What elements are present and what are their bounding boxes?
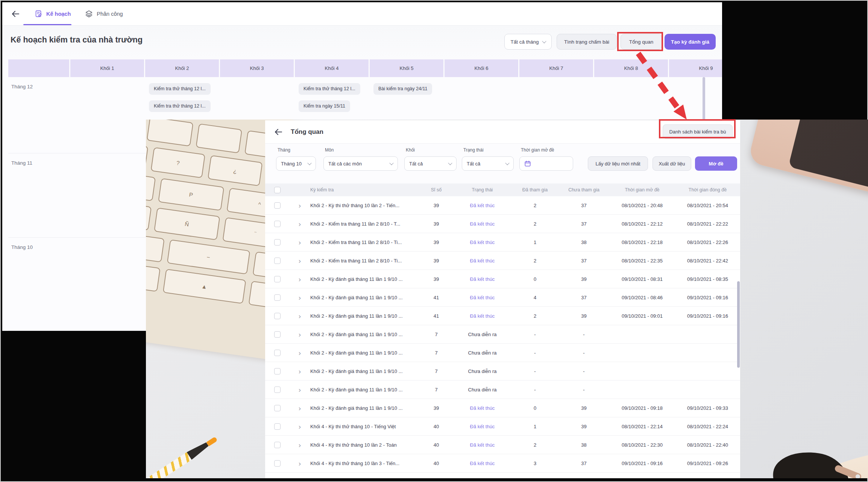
row-checkbox[interactable]: [274, 202, 281, 209]
filter-select-4[interactable]: Tất cả: [462, 156, 514, 171]
overview-back-button[interactable]: [274, 127, 283, 136]
row-checkbox-cell: [265, 202, 289, 209]
joined-cell: 1: [511, 424, 558, 429]
table-row[interactable]: ›Khối 2 - Kiểm tra tháng 11 lần 2 8/10 -…: [265, 215, 740, 233]
expand-row-chevron[interactable]: ›: [289, 257, 310, 264]
expand-row-chevron[interactable]: ›: [289, 368, 310, 375]
expand-row-chevron[interactable]: ›: [289, 441, 310, 449]
table-row[interactable]: ›Khối 2 - Kỳ đánh giá tháng 11 lần 1 9/1…: [265, 288, 740, 307]
row-checkbox-cell: [265, 313, 289, 319]
plan-grid-header: Khối 1Khối 2Khối 3Khối 4Khối 5Khối 6Khối…: [8, 59, 722, 77]
exam-badge[interactable]: Kiểm tra thử tháng 12 l...: [299, 83, 360, 95]
row-checkbox[interactable]: [274, 423, 281, 430]
expand-row-chevron[interactable]: ›: [289, 202, 310, 209]
expand-row-chevron[interactable]: ›: [289, 220, 310, 227]
open-time-date-input[interactable]: [519, 156, 573, 171]
status-cell: Đã kết thúc: [453, 203, 511, 208]
overview-table-body: ›Khối 2 - Kỳ thi thử tháng 10 lần 2 - Ti…: [265, 196, 740, 478]
expand-row-chevron[interactable]: ›: [289, 331, 310, 338]
open-exam-button[interactable]: Mở đề: [695, 156, 737, 171]
open-time-cell: 08/10/2021 - 22:12: [609, 221, 675, 227]
row-checkbox[interactable]: [274, 350, 281, 356]
table-row[interactable]: ›Khối 4 - Kỳ thi thử tháng 10 lần 2 - To…: [265, 436, 740, 454]
exam-name-cell: Khối 2 - Kỳ đánh giá tháng 11 lần 1 9/10…: [310, 387, 419, 393]
expand-row-chevron[interactable]: ›: [289, 386, 310, 393]
row-checkbox[interactable]: [274, 276, 281, 282]
row-checkbox-cell: [265, 350, 289, 356]
table-row[interactable]: ›Khối 2 - Kỳ đánh giá tháng 11 lần 1 9/1…: [265, 344, 740, 362]
filter-select-3[interactable]: Tất cả: [404, 156, 457, 171]
row-checkbox[interactable]: [274, 331, 281, 338]
tab-ke-hoach[interactable]: Kế hoạch: [35, 10, 71, 18]
table-row[interactable]: ›Khối 2 - Kỳ thi thử tháng 10 lần 2 - Ti…: [265, 196, 740, 215]
exam-badge[interactable]: Kiểm tra thử tháng 12 l...: [149, 83, 211, 95]
filter-select-1[interactable]: Tháng 10: [276, 156, 316, 171]
table-row[interactable]: ›Khối 2 - Kỳ đánh giá tháng 11 lần 1 9/1…: [265, 399, 740, 417]
row-checkbox[interactable]: [274, 405, 281, 411]
row-checkbox[interactable]: [274, 313, 281, 319]
status-cell: Chưa diễn ra: [453, 387, 511, 393]
refresh-data-button[interactable]: Lấy dữ liệu mới nhất: [588, 156, 648, 171]
class-size-cell: 39: [419, 405, 453, 411]
row-checkbox-cell: [265, 276, 289, 282]
class-size-cell: 7: [419, 350, 453, 356]
row-checkbox-cell: [265, 368, 289, 374]
close-time-cell: 09/10/2021 - 09:33: [675, 405, 740, 411]
grading-status-button[interactable]: Tình trạng chấm bài: [557, 34, 617, 50]
table-row[interactable]: ›Khối 2 - Kỳ đánh giá tháng 11 lần 1 9/1…: [265, 307, 740, 325]
expand-row-chevron[interactable]: ›: [289, 239, 310, 246]
filter-select-2[interactable]: Tất cả các môn: [323, 156, 398, 171]
row-checkbox[interactable]: [274, 368, 281, 374]
table-row[interactable]: ›Khối 2 - Kiểm tra tháng 11 lần 2 8/10 -…: [265, 252, 740, 270]
expand-row-chevron[interactable]: ›: [289, 405, 310, 412]
close-time-cell: 09/10/2021 - 09:26: [675, 461, 740, 466]
row-checkbox[interactable]: [274, 221, 281, 227]
expand-row-chevron[interactable]: ›: [289, 294, 310, 301]
plan-month-label: Tháng 12: [11, 84, 33, 89]
row-checkbox[interactable]: [274, 460, 281, 467]
tab-phan-cong[interactable]: Phân công: [85, 10, 123, 18]
close-time-cell: 08/10/2021 - 22:42: [675, 258, 740, 264]
table-row[interactable]: [265, 473, 740, 478]
close-time-cell: 08/10/2021 - 22:24: [675, 424, 740, 429]
table-row[interactable]: ›Khối 2 - Kỳ đánh giá tháng 11 lần 1 9/1…: [265, 362, 740, 380]
row-checkbox[interactable]: [274, 239, 281, 246]
table-row[interactable]: ›Khối 2 - Kỳ đánh giá tháng 11 lần 1 9/1…: [265, 270, 740, 288]
filter-label: Trạng thái: [463, 147, 484, 153]
row-checkbox[interactable]: [274, 442, 281, 448]
class-size-cell: 7: [419, 387, 453, 393]
grid-column-header: [8, 59, 69, 77]
table-row[interactable]: ›Khối 2 - Kiểm tra tháng 11 lần 2 8/10 -…: [265, 233, 740, 252]
missed-cell: -: [558, 350, 609, 356]
expand-row-chevron[interactable]: ›: [289, 423, 310, 430]
back-button[interactable]: [11, 9, 20, 18]
month-filter-dropdown[interactable]: Tất cả tháng: [504, 34, 552, 50]
row-checkbox[interactable]: [274, 258, 281, 264]
expand-row-chevron[interactable]: ›: [289, 460, 310, 467]
select-all-checkbox[interactable]: [274, 187, 281, 193]
exam-badge[interactable]: Kiểm tra thử tháng 12 l...: [149, 100, 211, 112]
open-time-cell: 09/10/2021 - 08:46: [609, 295, 675, 300]
close-time-cell: 08/10/2021 - 22:26: [675, 239, 740, 245]
create-assessment-button[interactable]: Tạo kỳ đánh giá: [665, 34, 716, 50]
expand-row-chevron[interactable]: ›: [289, 312, 310, 320]
row-checkbox[interactable]: [274, 387, 281, 393]
overview-window: Tổng quan Danh sách bài kiểm tra bù Thán…: [265, 120, 740, 478]
missed-cell: 37: [558, 221, 609, 227]
export-data-button[interactable]: Xuất dữ liệu: [653, 156, 691, 171]
table-row[interactable]: ›Khối 4 - Kỳ thi thử tháng 10 lần 3 - Ti…: [265, 454, 740, 473]
row-checkbox[interactable]: [274, 294, 281, 301]
expand-row-chevron[interactable]: ›: [289, 349, 310, 356]
table-row[interactable]: ›Khối 2 - Kỳ đánh giá tháng 11 lần 1 9/1…: [265, 380, 740, 399]
missed-cell: -: [558, 332, 609, 337]
table-row[interactable]: ›Khối 2 - Kỳ đánh giá tháng 11 lần 1 9/1…: [265, 325, 740, 344]
exam-badge[interactable]: Bài kiểm tra ngày 24/11: [373, 83, 432, 95]
exam-name-cell: Khối 2 - Kiểm tra tháng 11 lần 2 8/10 - …: [310, 239, 419, 245]
overview-scrollbar-thumb[interactable]: [737, 281, 740, 368]
chevron-down-icon: [505, 161, 509, 165]
exam-name-cell: Khối 2 - Kỳ đánh giá tháng 11 lần 1 9/10…: [310, 350, 419, 356]
missed-cell: 38: [558, 442, 609, 448]
table-row[interactable]: ›Khối 4 - Kỳ thi thử tháng 10 - Tiếng Vi…: [265, 417, 740, 436]
expand-row-chevron[interactable]: ›: [289, 276, 310, 283]
exam-badge[interactable]: Kiểm tra ngày 15/11: [299, 100, 350, 112]
